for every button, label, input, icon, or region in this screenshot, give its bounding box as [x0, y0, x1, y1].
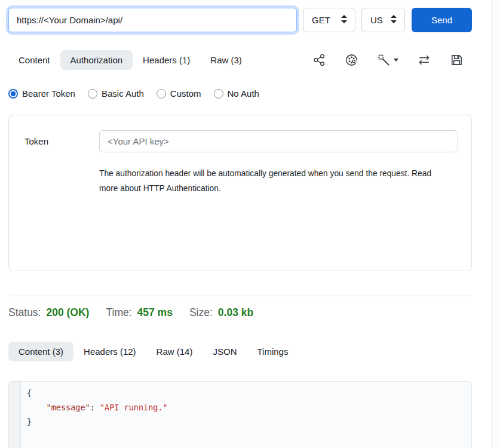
code-line: { — [27, 386, 168, 400]
updown-arrows-icon — [341, 15, 348, 25]
status-item: Status: 200 (OK) — [8, 306, 89, 319]
tab-response-headers[interactable]: Headers (12) — [73, 342, 146, 361]
tab-response-timings[interactable]: Timings — [247, 342, 298, 361]
status-value: 200 (OK) — [46, 306, 89, 319]
radio-bearer-token[interactable]: Bearer Token — [8, 88, 75, 99]
code-line: "message": "API running." — [27, 400, 168, 415]
tab-authorization[interactable]: Authorization — [60, 50, 133, 70]
main-content: GET US Send Content Authorization Header… — [0, 0, 491, 448]
tab-headers[interactable]: Headers (1) — [133, 50, 200, 70]
time-item: Time: 457 ms — [106, 306, 172, 319]
send-button[interactable]: Send — [412, 8, 472, 32]
tab-content[interactable]: Content — [8, 50, 60, 70]
save-floppy-icon[interactable] — [450, 53, 464, 67]
radio-icon — [157, 89, 166, 99]
auth-help-text: The authorization header will be automat… — [99, 166, 449, 196]
radio-label: Custom — [170, 88, 201, 99]
region-select-value: US — [370, 15, 383, 25]
palette-icon[interactable] — [345, 53, 358, 67]
scrollbar-gutter — [491, 0, 500, 448]
request-tabs: Content Authorization Headers (1) Raw (3… — [8, 50, 472, 70]
size-label: Size: — [189, 306, 213, 319]
response-body-code-block: { "message": "API running." } — [8, 381, 472, 448]
section-divider — [8, 296, 472, 296]
magic-wand-dropdown-icon[interactable] — [377, 53, 398, 67]
tab-response-content[interactable]: Content (3) — [8, 342, 73, 361]
code-gutter — [9, 382, 21, 448]
share-nodes-icon[interactable] — [312, 53, 326, 67]
radio-label: Basic Auth — [102, 88, 144, 99]
radio-no-auth[interactable]: No Auth — [214, 88, 259, 99]
method-select-value: GET — [312, 15, 330, 25]
radio-custom[interactable]: Custom — [157, 88, 201, 99]
tab-response-json[interactable]: JSON — [203, 342, 247, 361]
json-key: "message" — [47, 403, 90, 412]
time-value: 457 ms — [137, 306, 173, 319]
updown-arrows-icon — [390, 15, 397, 25]
radio-icon — [88, 89, 97, 99]
radio-label: No Auth — [228, 88, 259, 99]
response-status-row: Status: 200 (OK) Time: 457 ms Size: 0.03… — [8, 306, 472, 319]
region-select[interactable]: US — [361, 8, 405, 32]
caret-down-icon — [394, 59, 398, 62]
method-select[interactable]: GET — [303, 8, 355, 32]
token-row: Token — [24, 130, 458, 152]
time-label: Time: — [106, 306, 131, 319]
url-input[interactable] — [8, 8, 297, 32]
api-client-app: GET US Send Content Authorization Header… — [0, 0, 500, 448]
token-input[interactable] — [99, 130, 458, 152]
token-label: Token — [24, 136, 99, 146]
status-label: Status: — [8, 306, 41, 319]
swap-arrows-icon[interactable] — [417, 53, 431, 67]
response-tabs: Content (3) Headers (12) Raw (14) JSON T… — [8, 342, 472, 361]
radio-label: Bearer Token — [22, 88, 75, 99]
auth-panel: Token The authorization header will be a… — [8, 115, 472, 271]
tab-raw[interactable]: Raw (3) — [200, 50, 252, 70]
tab-response-raw[interactable]: Raw (14) — [146, 342, 203, 361]
response-json-body: { "message": "API running." } — [21, 382, 168, 448]
radio-icon — [214, 89, 223, 99]
json-value: "API running." — [100, 403, 168, 412]
radio-basic-auth[interactable]: Basic Auth — [88, 88, 144, 99]
request-toolbar — [312, 53, 472, 67]
size-item: Size: 0.03 kb — [189, 306, 253, 319]
radio-icon — [8, 89, 18, 99]
auth-type-options: Bearer Token Basic Auth Custom No Auth — [8, 88, 472, 99]
request-bar: GET US Send — [8, 8, 472, 32]
code-line: } — [27, 415, 168, 429]
size-value: 0.03 kb — [218, 306, 253, 319]
